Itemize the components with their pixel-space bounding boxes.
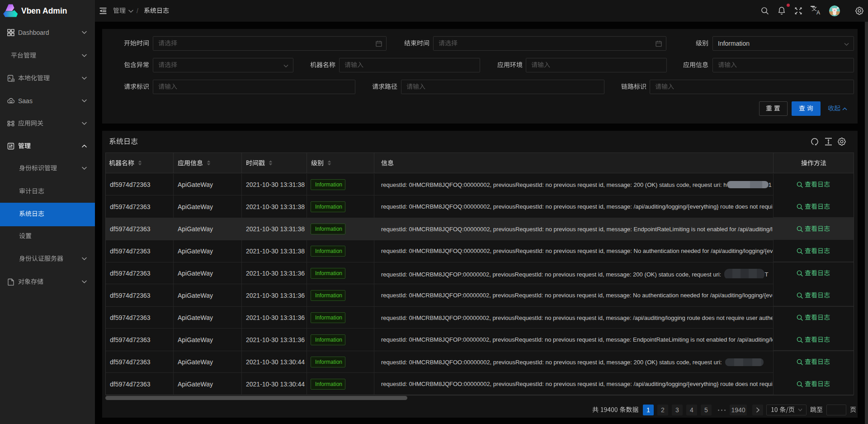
svg-text:A: A — [9, 76, 11, 80]
